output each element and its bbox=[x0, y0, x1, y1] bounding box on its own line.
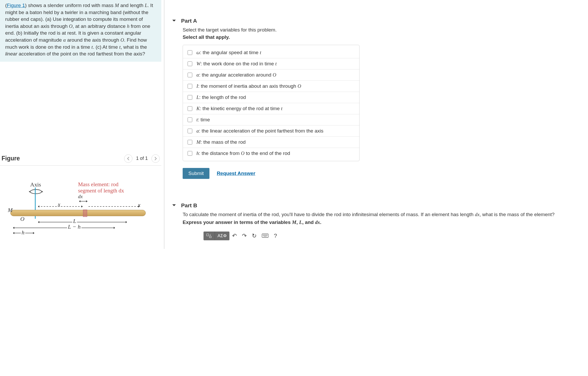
checkbox-linear-accel[interactable] bbox=[188, 129, 192, 133]
part-b-express: Express your answer in terms of the vari… bbox=[183, 220, 583, 225]
checkbox-alpha[interactable] bbox=[188, 73, 192, 77]
undo-button[interactable]: ↶ bbox=[229, 231, 239, 241]
svg-text:√: √ bbox=[209, 234, 211, 236]
problem-statement: (Figure 1) shows a slender uniform rod w… bbox=[0, 0, 161, 62]
part-a-sub-instruction: Select all that apply. bbox=[183, 34, 583, 40]
x-dim-arrow bbox=[37, 205, 86, 208]
equation-toolbar: √ ΑΣΦ ↶ ↷ ↻ ? bbox=[183, 231, 583, 241]
options-list: ω: the angular speed at time t W: the wo… bbox=[183, 45, 360, 161]
request-answer-link[interactable]: Request Answer bbox=[217, 171, 255, 176]
checkbox-length[interactable] bbox=[188, 95, 192, 100]
L-dim-arrow bbox=[37, 220, 131, 224]
mass-element bbox=[83, 210, 87, 217]
checkbox-inertia[interactable] bbox=[188, 84, 192, 89]
part-a-toggle[interactable] bbox=[172, 18, 176, 24]
option-kinetic[interactable]: K: the kinetic energy of the rod at time… bbox=[183, 103, 359, 114]
option-time[interactable]: t: time bbox=[183, 114, 359, 125]
rod bbox=[10, 210, 146, 216]
figure-prev-button[interactable] bbox=[124, 154, 132, 163]
part-a-title: Part A bbox=[181, 18, 197, 24]
figure-diagram: Axis Mass element: rod segment of length… bbox=[0, 181, 161, 249]
checkbox-work[interactable] bbox=[188, 61, 192, 66]
checkbox-kinetic[interactable] bbox=[188, 106, 192, 111]
redo-button[interactable]: ↷ bbox=[239, 231, 249, 241]
dx-arrow-icon bbox=[78, 199, 88, 203]
option-linear-accel[interactable]: a: the linear acceleration of the point … bbox=[183, 125, 359, 136]
figure-counter: 1 of 1 bbox=[136, 156, 148, 161]
x-right-dim-arrow bbox=[87, 205, 145, 208]
option-mass[interactable]: M: the mass of the rod bbox=[183, 136, 359, 148]
keyboard-button[interactable] bbox=[259, 231, 271, 241]
template-button[interactable]: √ bbox=[204, 232, 215, 240]
option-alpha[interactable]: α: the angular acceleration around O bbox=[183, 69, 359, 80]
figure-next-button[interactable] bbox=[151, 154, 160, 163]
option-omega[interactable]: ω: the angular speed at time t bbox=[183, 45, 359, 58]
figure-title: Figure bbox=[2, 155, 20, 162]
reset-button[interactable]: ↻ bbox=[249, 231, 259, 241]
Lmh-dim-arrow bbox=[12, 226, 119, 230]
checkbox-omega[interactable] bbox=[188, 50, 192, 55]
figure-link[interactable]: Figure 1 bbox=[7, 3, 25, 8]
submit-button[interactable]: Submit bbox=[183, 168, 209, 179]
part-b-text: To calculate the moment of inertia of th… bbox=[183, 212, 583, 217]
svg-point-0 bbox=[30, 190, 42, 194]
option-inertia[interactable]: I: the moment of inertia about an axis t… bbox=[183, 80, 359, 92]
checkbox-time[interactable] bbox=[188, 117, 192, 122]
checkbox-h[interactable] bbox=[188, 151, 192, 156]
option-work[interactable]: W: the work done on the rod in time t bbox=[183, 58, 359, 69]
part-b-toggle[interactable] bbox=[172, 203, 176, 208]
help-button[interactable]: ? bbox=[271, 231, 279, 241]
rotation-arrow-icon bbox=[29, 189, 44, 197]
part-b-title: Part B bbox=[181, 202, 197, 209]
greek-button[interactable]: ΑΣΦ bbox=[215, 232, 229, 240]
part-a-instruction: Select the target variables for this pro… bbox=[183, 27, 583, 33]
checkbox-mass[interactable] bbox=[188, 140, 192, 145]
svg-rect-7 bbox=[207, 234, 209, 236]
option-h[interactable]: h: the distance from O to the end of the… bbox=[183, 148, 359, 161]
option-length[interactable]: L: the length of the rod bbox=[183, 92, 359, 103]
